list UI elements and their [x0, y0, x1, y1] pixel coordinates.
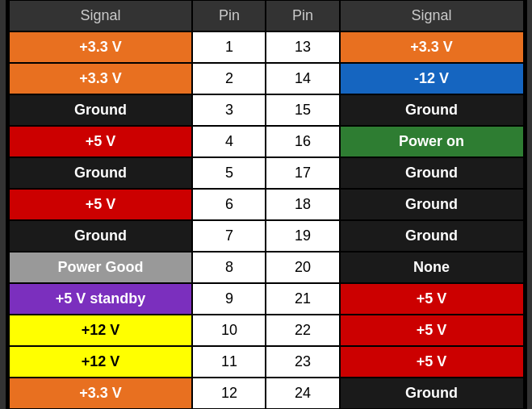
signal-left-10: +12 V: [9, 315, 193, 346]
table-row: +12 V1123+5 V: [9, 346, 524, 378]
pin-left-8: 8: [192, 252, 266, 283]
pin-left-7: 7: [192, 220, 266, 252]
signal-right-6: Ground: [340, 189, 524, 220]
signal-left-11: +12 V: [9, 346, 193, 378]
pin-left-10: 10: [192, 315, 266, 346]
pin-left-5: 5: [192, 157, 266, 189]
pin-left-9: 9: [192, 283, 266, 315]
signal-right-11: +5 V: [340, 346, 524, 378]
signal-left-3: Ground: [9, 94, 193, 126]
signal-left-6: +5 V: [9, 189, 193, 220]
header-signal-left: Signal: [9, 0, 193, 31]
pin-right-6: 18: [266, 189, 339, 220]
pin-right-7: 19: [266, 220, 339, 252]
table-row: Ground517Ground: [9, 157, 524, 189]
signal-right-2: -12 V: [340, 63, 524, 94]
signal-right-4: Power on: [340, 126, 524, 157]
pin-right-5: 17: [266, 157, 339, 189]
pin-right-12: 24: [266, 378, 339, 409]
signal-right-12: Ground: [340, 378, 524, 409]
pin-left-12: 12: [192, 378, 266, 409]
signal-left-5: Ground: [9, 157, 193, 189]
pin-left-6: 6: [192, 189, 266, 220]
table-body: +3.3 V113+3.3 V+3.3 V214-12 VGround315Gr…: [9, 31, 524, 409]
pin-right-10: 22: [266, 315, 339, 346]
pin-left-11: 11: [192, 346, 266, 378]
signal-right-1: +3.3 V: [340, 31, 524, 63]
table-row: +5 V618Ground: [9, 189, 524, 220]
pin-right-4: 16: [266, 126, 339, 157]
pin-right-8: 20: [266, 252, 339, 283]
pin-left-4: 4: [192, 126, 266, 157]
table-row: +5 V416Power on: [9, 126, 524, 157]
pin-right-11: 23: [266, 346, 339, 378]
signal-right-10: +5 V: [340, 315, 524, 346]
pin-right-3: 15: [266, 94, 339, 126]
signal-left-9: +5 V standby: [9, 283, 193, 315]
signal-right-9: +5 V: [340, 283, 524, 315]
table-row: Ground719Ground: [9, 220, 524, 252]
signal-left-7: Ground: [9, 220, 193, 252]
pin-right-1: 13: [266, 31, 339, 63]
table-row: +3.3 V113+3.3 V: [9, 31, 524, 63]
header-pin-left: Pin: [192, 0, 266, 31]
table-header-row: Signal Pin Pin Signal: [9, 0, 524, 31]
pin-left-2: 2: [192, 63, 266, 94]
table-row: +5 V standby921+5 V: [9, 283, 524, 315]
pin-right-2: 14: [266, 63, 339, 94]
signal-left-2: +3.3 V: [9, 63, 193, 94]
header-signal-right: Signal: [340, 0, 524, 31]
signal-right-8: None: [340, 252, 524, 283]
pin-right-9: 21: [266, 283, 339, 315]
signal-right-7: Ground: [340, 220, 524, 252]
signal-left-12: +3.3 V: [9, 378, 193, 409]
table-row: Power Good820None: [9, 252, 524, 283]
atx-connector-table: Signal Pin Pin Signal +3.3 V113+3.3 V+3.…: [6, 0, 527, 409]
pin-left-3: 3: [192, 94, 266, 126]
pin-left-1: 1: [192, 31, 266, 63]
table-row: +12 V1022+5 V: [9, 315, 524, 346]
signal-right-5: Ground: [340, 157, 524, 189]
signal-left-1: +3.3 V: [9, 31, 193, 63]
signal-right-3: Ground: [340, 94, 524, 126]
signal-left-4: +5 V: [9, 126, 193, 157]
table-row: +3.3 V1224Ground: [9, 378, 524, 409]
table-row: +3.3 V214-12 V: [9, 63, 524, 94]
header-pin-right: Pin: [266, 0, 339, 31]
signal-left-8: Power Good: [9, 252, 193, 283]
table-row: Ground315Ground: [9, 94, 524, 126]
